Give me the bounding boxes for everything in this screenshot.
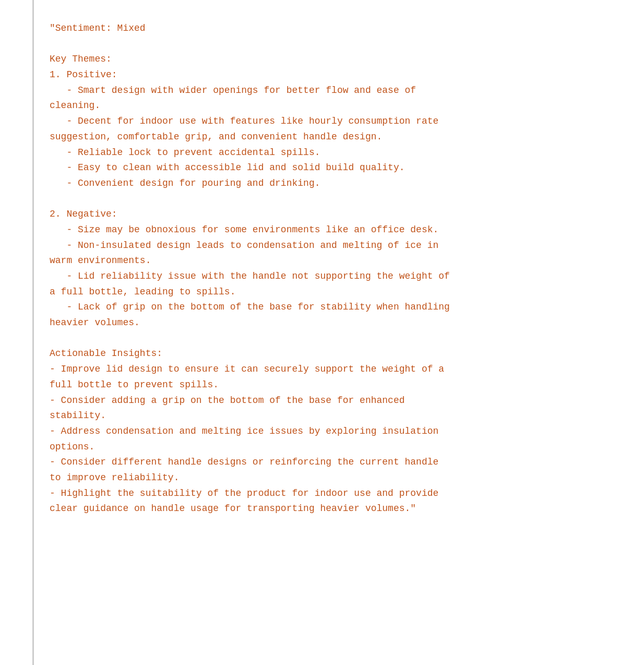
main-container: "Sentiment: Mixed Key Themes: 1. Positiv…	[0, 0, 644, 665]
content-area: "Sentiment: Mixed Key Themes: 1. Positiv…	[34, 0, 644, 665]
analysis-text: "Sentiment: Mixed Key Themes: 1. Positiv…	[50, 21, 613, 517]
left-border	[0, 0, 34, 665]
